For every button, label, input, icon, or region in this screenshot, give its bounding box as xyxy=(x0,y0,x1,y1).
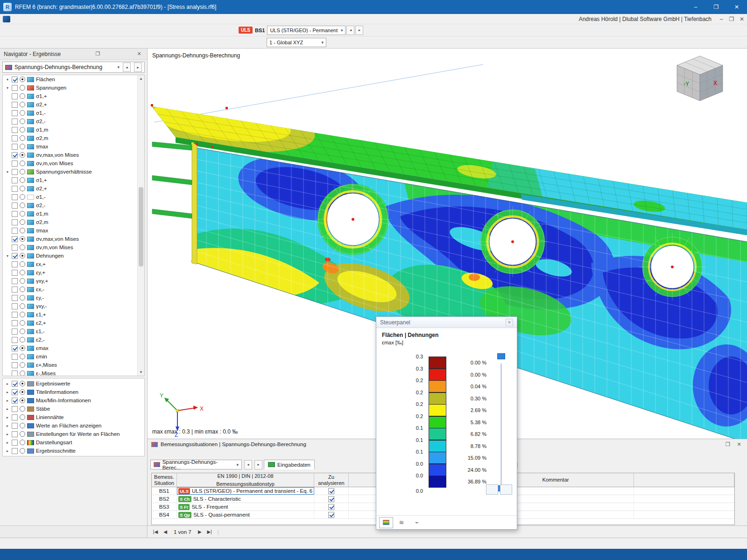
expand-chevron-icon[interactable]: ▸ xyxy=(5,407,10,411)
tree-radio[interactable] xyxy=(20,194,25,200)
tree-radio[interactable] xyxy=(20,337,25,343)
display-option-item[interactable]: ▸ Ergebniswerte xyxy=(3,379,144,388)
tree-item[interactable]: σv,m,von Mises xyxy=(3,243,137,252)
tree-item[interactable]: εmin xyxy=(3,352,137,361)
option-radio[interactable] xyxy=(20,398,25,403)
analyze-checkbox[interactable] xyxy=(328,488,334,494)
table-menu-item[interactable] xyxy=(183,453,191,455)
tree-checkbox[interactable] xyxy=(12,303,18,309)
option-checkbox[interactable] xyxy=(12,414,18,420)
tree-radio[interactable] xyxy=(20,312,25,317)
situation-type-cell[interactable]: S Ch SLS - Characteristic xyxy=(177,495,314,503)
tree-checkbox[interactable] xyxy=(12,211,18,217)
control-panel-titlebar[interactable]: Steuerpanel ✕ xyxy=(376,317,517,328)
tree-checkbox[interactable] xyxy=(12,127,18,133)
pin-panel-icon[interactable]: ❐ xyxy=(724,441,732,448)
tree-radio[interactable] xyxy=(20,135,25,141)
menu-item[interactable] xyxy=(35,18,42,20)
table-menu-item[interactable] xyxy=(149,453,158,455)
scale-tab[interactable]: ≋ xyxy=(395,517,409,528)
option-radio[interactable] xyxy=(20,431,25,437)
tree-radio[interactable] xyxy=(20,236,25,242)
menu-item[interactable] xyxy=(57,18,64,20)
tree-item[interactable]: ε2,- xyxy=(3,336,137,344)
next-category-button[interactable]: ▸ xyxy=(134,63,142,72)
table-menu-item[interactable] xyxy=(158,453,166,455)
tree-radio[interactable] xyxy=(20,211,25,217)
tree-radio[interactable] xyxy=(20,261,25,267)
tree-item[interactable]: εy,+ xyxy=(3,268,137,277)
analyze-checkbox[interactable] xyxy=(328,496,334,502)
tree-item[interactable]: σ2,+ xyxy=(3,100,137,109)
tree-checkbox[interactable] xyxy=(12,102,18,108)
tree-item[interactable]: εmax xyxy=(3,344,137,352)
tree-checkbox[interactable] xyxy=(12,261,18,267)
situation-type-cell[interactable]: ULS ULS (STR/GEO) - Permanent and transi… xyxy=(177,487,314,495)
tree-checkbox[interactable] xyxy=(12,295,18,301)
last-page-button[interactable]: ▶| xyxy=(205,529,214,534)
tree-checkbox[interactable] xyxy=(12,161,18,167)
tree-checkbox[interactable] xyxy=(12,177,18,183)
tree-checkbox[interactable] xyxy=(12,236,18,242)
tree-item[interactable]: σ2,+ xyxy=(3,184,137,193)
tree-item[interactable]: ε2,+ xyxy=(3,319,137,327)
load-combination-select[interactable]: ULS (STR/GEO) - Permanent ... ▾ xyxy=(267,26,345,35)
snap-toggle[interactable] xyxy=(363,542,372,545)
tree-checkbox[interactable] xyxy=(12,194,18,200)
tree-radio[interactable] xyxy=(20,77,25,82)
menu-item[interactable] xyxy=(64,18,72,20)
expand-chevron-icon[interactable]: ▸ xyxy=(5,382,10,386)
next-table-button[interactable]: ▸ xyxy=(254,460,262,469)
option-radio[interactable] xyxy=(20,414,25,420)
tree-radio[interactable] xyxy=(20,354,25,359)
expand-chevron-icon[interactable]: ▸ xyxy=(5,449,10,453)
display-option-item[interactable]: ▸ Liniennähte xyxy=(3,413,144,421)
tree-item[interactable]: ε-,Mises xyxy=(3,369,137,376)
option-checkbox[interactable] xyxy=(12,448,18,454)
display-option-item[interactable]: ▸ Titelinformationen xyxy=(3,388,144,396)
option-radio[interactable] xyxy=(20,389,25,395)
tree-checkbox[interactable] xyxy=(12,119,18,125)
tree-checkbox[interactable] xyxy=(12,169,18,175)
tree-item[interactable]: σ2,m xyxy=(3,218,137,226)
tree-scrollbar[interactable]: ▲ ▼ xyxy=(137,75,144,376)
analyze-checkbox[interactable] xyxy=(328,512,334,518)
navigation-cube[interactable]: -Y X xyxy=(677,56,723,101)
display-option-item[interactable]: ▸ Ergebnisschnitte xyxy=(3,447,144,455)
tree-checkbox[interactable] xyxy=(12,219,18,225)
expand-chevron-icon[interactable]: ▾ xyxy=(5,86,10,90)
tree-radio[interactable] xyxy=(20,169,25,175)
option-checkbox[interactable] xyxy=(12,440,18,446)
tree-checkbox[interactable] xyxy=(12,186,18,192)
tree-checkbox[interactable] xyxy=(12,320,18,326)
tree-radio[interactable] xyxy=(20,127,25,133)
expand-chevron-icon[interactable]: ▸ xyxy=(5,441,10,445)
tree-item[interactable]: σ1,m xyxy=(3,126,137,134)
tree-radio[interactable] xyxy=(20,161,25,166)
mdi-close-button[interactable]: ✕ xyxy=(737,16,747,22)
menu-item[interactable] xyxy=(49,18,57,20)
option-radio[interactable] xyxy=(20,448,25,454)
expand-chevron-icon[interactable]: ▾ xyxy=(5,170,10,174)
tree-radio[interactable] xyxy=(20,110,25,116)
tree-item[interactable]: εy,- xyxy=(3,294,137,302)
next-page-button[interactable]: ▶ xyxy=(196,529,204,534)
control-panel-close-button[interactable]: ✕ xyxy=(506,319,513,326)
tree-item[interactable]: σ2,- xyxy=(3,117,137,126)
tree-radio[interactable] xyxy=(20,345,25,351)
mdi-restore-button[interactable]: ❐ xyxy=(726,16,737,22)
snap-toggle[interactable] xyxy=(342,542,352,545)
expand-chevron-icon[interactable]: ▾ xyxy=(5,254,10,258)
result-category-select[interactable]: Spannungs-Dehnungs-Berechnung ▾ ◂ ▸ xyxy=(2,62,145,73)
tree-radio[interactable] xyxy=(20,203,25,208)
display-option-item[interactable]: ▸ Werte an Flächen anzeigen xyxy=(3,421,144,430)
mdi-minimize-button[interactable]: – xyxy=(716,16,726,22)
expand-chevron-icon[interactable]: ▸ xyxy=(5,415,10,420)
menu-item[interactable] xyxy=(20,18,27,20)
option-checkbox[interactable] xyxy=(12,389,18,395)
snap-toggle[interactable] xyxy=(332,542,341,545)
tree-radio[interactable] xyxy=(20,253,25,259)
tree-item[interactable]: γxy,+ xyxy=(3,277,137,285)
input-data-tab[interactable]: Eingabedaten xyxy=(264,460,315,469)
option-checkbox[interactable] xyxy=(12,423,18,429)
